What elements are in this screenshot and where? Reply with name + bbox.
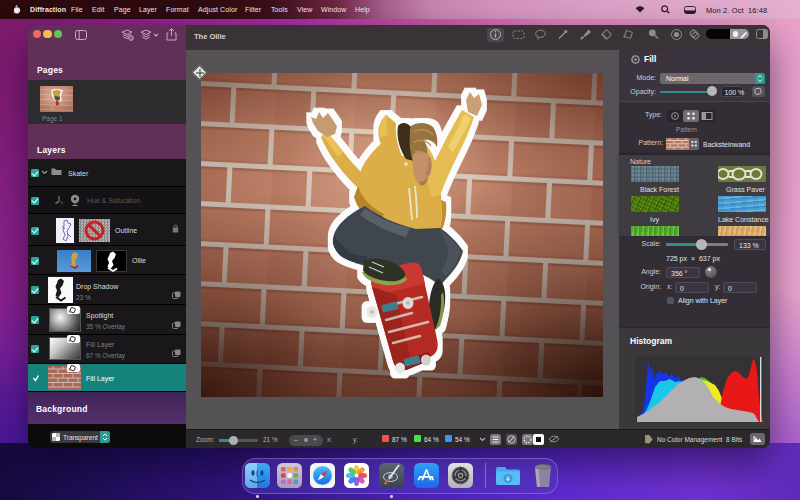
svg-text:⚙: ⚙	[129, 34, 134, 40]
